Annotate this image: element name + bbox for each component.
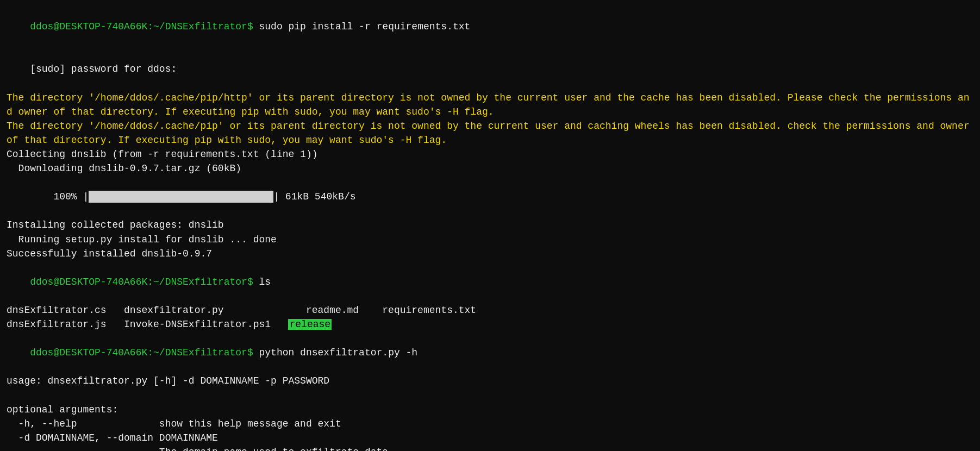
command-1: sudo pip install -r requirements.txt: [253, 21, 471, 32]
terminal: ddos@DESKTOP-740A66K:~/DNSExfiltrator$ s…: [7, 5, 973, 451]
successfully-installed-line: Successfully installed dnslib-0.9.7: [7, 247, 973, 261]
prompt-2: ddos@DESKTOP-740A66K:~/DNSExfiltrator$: [30, 277, 253, 287]
release-file: release: [288, 319, 332, 330]
progress-bar-separator-right: |: [273, 191, 279, 202]
sudo-password-line: [sudo] password for ddos:: [7, 48, 973, 90]
optional-args-line: optional arguments:: [7, 403, 973, 417]
installing-collected-line: Installing collected packages: dnslib: [7, 218, 973, 232]
command-line-2: ddos@DESKTOP-740A66K:~/DNSExfiltrator$ l…: [7, 261, 973, 303]
help-arg-line: -h, --help show this help message and ex…: [7, 417, 973, 431]
collecting-line: Collecting dnslib (from -r requirements.…: [7, 147, 973, 161]
command-line-1: ddos@DESKTOP-740A66K:~/DNSExfiltrator$ s…: [7, 5, 973, 48]
usage-line: usage: dnsexfiltrator.py [-h] -d DOMAINN…: [7, 374, 973, 388]
command-2: ls: [253, 277, 271, 287]
domain-desc-line: The domain name used to exfiltrate data: [7, 445, 973, 451]
command-3: python dnsexfiltrator.py -h: [253, 347, 417, 358]
domain-arg-line: -d DOMAINNAME, --domain DOMAINNAME: [7, 431, 973, 445]
progress-size-speed: 61kB 540kB/s: [279, 191, 355, 202]
warning-line-2: The directory '/home/ddos/.cache/pip' or…: [7, 119, 973, 147]
blank-line-1: [7, 389, 973, 403]
downloading-line: Downloading dnslib-0.9.7.tar.gz (60kB): [7, 161, 973, 176]
progress-bar-separator-left: |: [83, 191, 89, 202]
prompt-1: ddos@DESKTOP-740A66K:~/DNSExfiltrator$: [30, 21, 253, 32]
sudo-password-text: [sudo] password for ddos:: [30, 64, 177, 74]
progress-line: 100% || 61kB 540kB/s: [7, 176, 973, 218]
prompt-3: ddos@DESKTOP-740A66K:~/DNSExfiltrator$: [30, 347, 253, 358]
warning-line-1: The directory '/home/ddos/.cache/pip/htt…: [7, 91, 973, 119]
progress-percent: 100%: [30, 191, 83, 202]
ls-output-2: dnsExfiltrator.js Invoke-DNSExfiltrator.…: [7, 317, 973, 331]
running-setup-line: Running setup.py install for dnslib ... …: [7, 233, 973, 247]
command-line-3: ddos@DESKTOP-740A66K:~/DNSExfiltrator$ p…: [7, 331, 973, 374]
progress-bar: [89, 191, 273, 203]
ls-output-1: dnsExfiltrator.cs dnsexfiltrator.py read…: [7, 303, 973, 317]
